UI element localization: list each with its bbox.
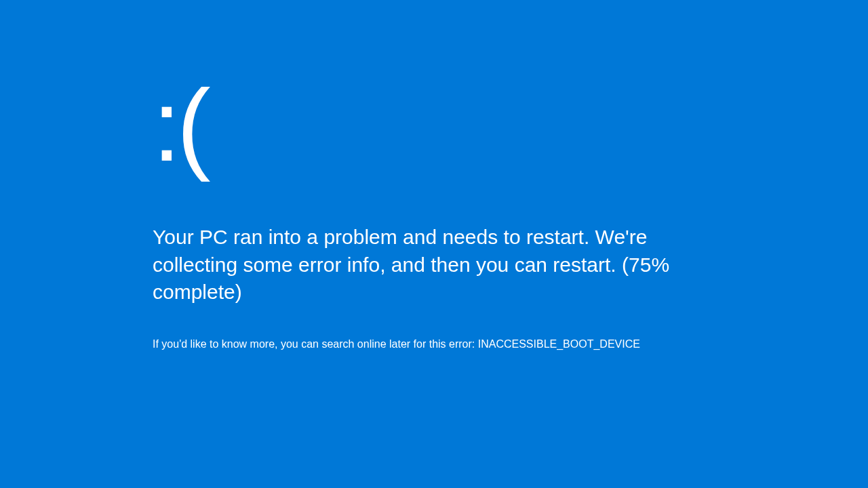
error-message: Your PC ran into a problem and needs to … xyxy=(153,224,729,306)
bsod-screen: :( Your PC ran into a problem and needs … xyxy=(153,75,729,352)
sad-face-icon: :( xyxy=(153,75,729,176)
error-code-detail: If you'd like to know more, you can sear… xyxy=(153,337,729,352)
